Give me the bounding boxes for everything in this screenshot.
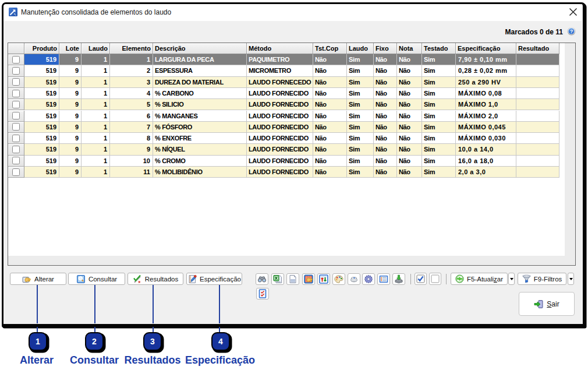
svg-text:?: ? xyxy=(570,29,573,34)
